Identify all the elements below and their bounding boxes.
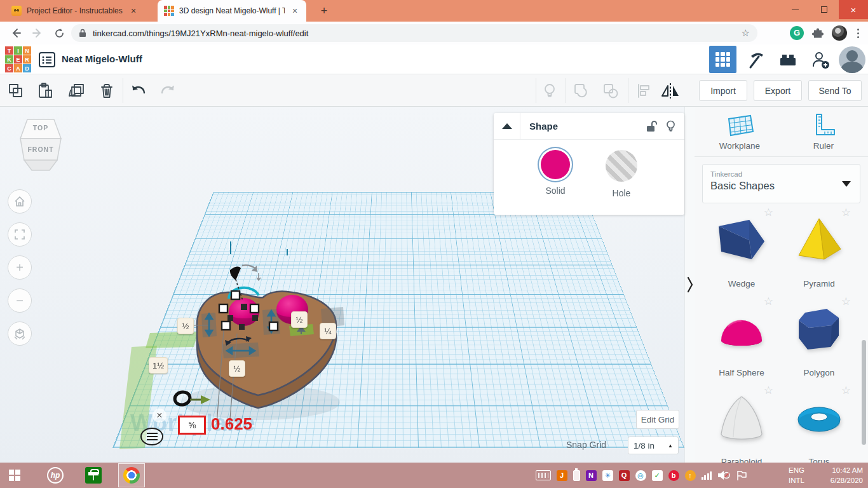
fit-view-button[interactable] — [8, 222, 32, 247]
battery-icon[interactable] — [573, 470, 580, 481]
shape-library-dropdown[interactable]: Tinkercad Basic Shapes — [702, 164, 860, 203]
shape-item-half-sphere[interactable]: ☆ Half Sphere — [706, 296, 777, 380]
window-minimize-button[interactable] — [780, 0, 810, 19]
bookmark-star-icon[interactable]: ☆ — [742, 27, 750, 39]
show-hidden-lightbulb-button[interactable] — [540, 81, 559, 100]
export-button[interactable]: Export — [754, 80, 802, 101]
dashboard-grid-button[interactable] — [709, 46, 736, 73]
toolbar-separator — [628, 78, 628, 103]
align-button[interactable] — [634, 81, 653, 100]
shape-item-pyramid[interactable]: ☆ Pyramid — [783, 207, 855, 291]
tab-close-icon[interactable]: × — [290, 6, 300, 16]
teal-ring-tray-icon[interactable]: ◎ — [635, 470, 646, 481]
toolbar-separator — [123, 78, 123, 103]
ruler-tool[interactable]: Ruler — [785, 113, 862, 151]
shape-item-paraboloid[interactable]: ☆ Paraboloid — [706, 385, 777, 469]
view-cube[interactable]: TOP FRONT — [18, 116, 64, 179]
send-to-button[interactable]: Send To — [808, 80, 862, 101]
tab-title: 3D design Neat Migelo-Wluff | Ti — [179, 6, 285, 15]
view-cube-front-face[interactable]: FRONT — [18, 146, 64, 153]
forward-button[interactable] — [27, 24, 48, 42]
start-button[interactable] — [0, 463, 29, 488]
java-tray-icon[interactable]: J — [557, 470, 567, 481]
beats-tray-icon[interactable]: b — [668, 470, 679, 481]
snowflake-tray-icon[interactable]: ✳ — [602, 470, 613, 481]
checkmark-tray-icon[interactable]: ✓ — [652, 470, 663, 481]
chrome-taskbar-button[interactable] — [118, 463, 145, 487]
dimension-label[interactable]: ¼ — [320, 323, 336, 339]
measure-fraction-box[interactable]: ⅝ — [178, 416, 206, 435]
mirror-button[interactable] — [661, 81, 680, 100]
snap-grid-dropdown[interactable]: 1/8 in ▲ — [628, 437, 679, 454]
window-close-button[interactable]: × — [839, 0, 868, 19]
tab-tinkercad[interactable]: 3D design Neat Migelo-Wluff | Ti × — [158, 0, 306, 22]
torus-shape-icon — [792, 394, 846, 442]
reload-button[interactable] — [48, 24, 70, 42]
lightbulb-icon[interactable] — [666, 120, 675, 133]
invite-user-button[interactable] — [806, 46, 834, 73]
hole-swatch[interactable]: Hole — [606, 150, 637, 198]
ruler-menu-button[interactable] — [140, 428, 163, 445]
grammarly-extension-icon[interactable]: G — [790, 26, 804, 40]
extensions-puzzle-icon[interactable] — [811, 27, 824, 39]
design-canvas[interactable]: Workplane — [0, 107, 695, 463]
dimension-label[interactable]: ½ — [229, 360, 245, 377]
language-indicator[interactable]: ENGINTL — [789, 465, 804, 485]
touch-keyboard-icon[interactable] — [536, 470, 551, 480]
sidebar-scrollbar[interactable] — [862, 340, 866, 445]
url-field[interactable]: tinkercad.com/things/19MJ21YxRMn-neat-mi… — [71, 24, 757, 42]
collapse-panel-button[interactable] — [494, 113, 520, 140]
hp-app-button[interactable]: hp — [41, 463, 70, 488]
design-title[interactable]: Neat Migelo-Wluff — [62, 53, 142, 64]
tab-close-icon[interactable]: × — [128, 6, 139, 16]
perspective-toggle-button[interactable] — [8, 322, 32, 346]
ungroup-button[interactable] — [601, 81, 620, 100]
lock-icon — [79, 29, 86, 37]
shape-item-polygon[interactable]: ☆ Polygon — [783, 296, 855, 380]
dimension-label[interactable]: ½ — [291, 311, 308, 328]
volume-muted-icon[interactable] — [717, 470, 730, 481]
microsoft-store-button[interactable] — [79, 463, 108, 488]
dimension-label[interactable]: ½ — [177, 318, 194, 334]
group-button[interactable] — [572, 81, 591, 100]
shape-item-torus[interactable]: ☆ Torus — [783, 385, 855, 469]
tinkercad-logo[interactable]: TIN KER CAD — [5, 46, 31, 72]
undo-button[interactable] — [129, 81, 148, 100]
paste-button[interactable] — [36, 81, 55, 100]
dimension-label[interactable]: 1½ — [149, 357, 168, 374]
window-maximize-button[interactable] — [810, 0, 839, 19]
solid-swatch[interactable]: Solid — [541, 150, 570, 198]
redo-button[interactable] — [158, 81, 177, 100]
workplane-tool[interactable]: Workplane — [701, 113, 778, 151]
copy-button[interactable] — [6, 81, 25, 100]
collapse-triangle-icon — [502, 123, 512, 129]
browser-menu-icon[interactable] — [855, 29, 862, 38]
design-properties-button[interactable] — [38, 51, 56, 69]
view-cube-top-face[interactable]: TOP — [18, 124, 64, 132]
home-view-button[interactable] — [8, 189, 32, 214]
onenote-tray-icon[interactable]: N — [586, 470, 597, 481]
delete-button[interactable] — [97, 81, 116, 100]
network-signal-icon[interactable] — [702, 471, 712, 480]
measure-value: 0.625 — [211, 414, 252, 434]
minecraft-pickaxe-button[interactable] — [742, 46, 769, 73]
duplicate-button[interactable] — [67, 81, 86, 100]
new-tab-button[interactable]: + — [316, 4, 332, 19]
unlock-icon[interactable] — [646, 120, 657, 133]
q-tray-icon[interactable]: Q — [619, 470, 630, 481]
sidebar-collapse-strip[interactable] — [684, 107, 695, 463]
ruler-close-icon[interactable]: × — [153, 409, 166, 423]
update-arrow-tray-icon[interactable]: ↑ — [685, 470, 696, 481]
browser-profile-avatar[interactable] — [832, 25, 847, 41]
action-center-flag-icon[interactable] — [736, 470, 747, 481]
zoom-in-button[interactable]: + — [8, 255, 32, 280]
clock[interactable]: 10:42 AM6/28/2020 — [831, 465, 863, 485]
back-button[interactable] — [5, 24, 27, 42]
lego-brick-button[interactable] — [774, 46, 801, 73]
user-avatar[interactable] — [839, 46, 865, 73]
shape-item-wedge[interactable]: ☆ Wedge — [706, 207, 777, 291]
zoom-out-button[interactable]: − — [8, 288, 32, 313]
tab-instructables[interactable]: Project Editor - Instructables × — [5, 0, 145, 22]
edit-grid-button[interactable]: Edit Grid — [636, 410, 679, 429]
import-button[interactable]: Import — [699, 80, 747, 101]
